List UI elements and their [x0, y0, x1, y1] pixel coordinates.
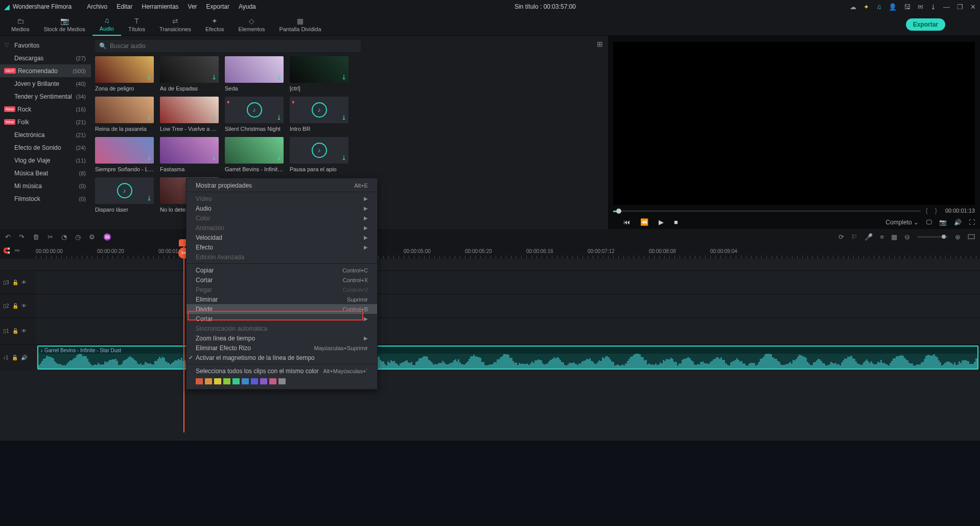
playhead[interactable]: ✂ [183, 244, 184, 432]
media-thumbnail[interactable]: ⤓ [290, 56, 348, 83]
adjust-icon[interactable]: ⚙ [89, 233, 95, 241]
sidebar-item[interactable]: Vlog de Viaje(11) [0, 154, 91, 167]
context-menu-item[interactable]: Efecto▶ [186, 242, 377, 252]
monitor-icon[interactable]: 🖵 [926, 219, 932, 226]
save-icon[interactable]: 🖫 [904, 3, 911, 11]
tab-audio[interactable]: ♫Audio [92, 13, 121, 36]
media-thumbnail[interactable]: ♪⤓ [290, 137, 348, 164]
tab-medios[interactable]: 🗀Medios [4, 13, 36, 36]
magnet-icon[interactable]: 🧲 [0, 244, 13, 257]
speed-icon[interactable]: ◔ [61, 233, 67, 241]
link-icon[interactable]: ⚯ [15, 247, 19, 254]
audio-adjust-icon[interactable]: ♒ [103, 233, 111, 241]
sidebar-item[interactable]: Mi música(0) [0, 179, 91, 192]
track-body[interactable] [36, 318, 980, 344]
bracket-right-icon[interactable]: } [935, 207, 937, 214]
media-card[interactable]: ⤓As de Espadas [160, 56, 219, 92]
tab-split-screen[interactable]: ▦Pantalla Dividida [272, 13, 329, 36]
close-icon[interactable]: ✕ [970, 3, 976, 11]
download-icon[interactable]: ⤓ [212, 114, 217, 121]
zoom-out-icon[interactable]: ⊖ [904, 233, 910, 241]
context-menu-item[interactable]: Velocidad▶ [186, 233, 377, 242]
track-icon[interactable]: ▦ [891, 233, 897, 241]
color-swatch[interactable] [269, 378, 276, 384]
sidebar-item[interactable]: Tender y Sentimental(34) [0, 90, 91, 103]
media-thumbnail[interactable]: ⤓ [225, 56, 284, 83]
download-icon[interactable]: ⤓ [147, 154, 152, 162]
sidebar-item[interactable]: ♡Favoritos [0, 39, 91, 52]
media-card[interactable]: ⤓Garret Bevins - Infinite -... [225, 137, 284, 172]
split-icon[interactable]: ✂ [48, 233, 53, 241]
context-menu-item[interactable]: Zoom línea de tiempo▶ [186, 333, 377, 343]
sidebar-item[interactable]: Música Beat(8) [0, 167, 91, 179]
media-card[interactable]: ♪⤓Pausa para el apio [290, 137, 348, 172]
prev-frame-icon[interactable]: ⏮ [623, 218, 630, 226]
media-thumbnail[interactable]: ⤓ [95, 56, 154, 83]
sidebar-item[interactable]: HOTRecomendado(500) [0, 64, 91, 77]
tab-stock[interactable]: 📷Stock de Medios [36, 13, 92, 36]
color-swatch[interactable] [196, 378, 203, 384]
tab-transiciones[interactable]: ⇄Transiciones [152, 13, 198, 36]
download-icon[interactable]: ⤓ [147, 74, 152, 81]
color-swatch[interactable] [214, 378, 221, 384]
context-menu-item[interactable]: Selecciona todos los clips con el mismo … [186, 366, 377, 376]
redo-icon[interactable]: ↷ [19, 233, 25, 241]
lock-icon[interactable]: 🔓 [12, 355, 18, 360]
grid-view-toggle-icon[interactable]: ⊞ [597, 40, 603, 48]
crop-icon[interactable]: ◷ [75, 233, 81, 241]
download-icon[interactable]: ⤓ [147, 195, 152, 202]
fullscreen-icon[interactable]: ⛶ [969, 219, 975, 226]
eye-icon[interactable]: 👁 [21, 303, 27, 309]
download-icon[interactable]: ⤓ [212, 154, 217, 162]
user-icon[interactable]: 👤 [889, 3, 897, 11]
menu-ver[interactable]: Ver [188, 3, 197, 10]
menu-archivo[interactable]: Archivo [87, 3, 107, 10]
context-menu-item[interactable]: CopiarControl+C [186, 265, 377, 275]
media-thumbnail[interactable]: ⤓ [95, 97, 154, 123]
sidebar-item[interactable]: Electrónica(21) [0, 128, 91, 141]
download-icon[interactable]: ⤓ [341, 154, 346, 162]
media-thumbnail[interactable]: ⤓ [160, 137, 219, 164]
download-icon[interactable]: ⤓ [341, 114, 346, 121]
video-track-3[interactable]: ▯3 🔓 👁 [0, 270, 980, 294]
context-menu-item[interactable]: DividirControl+B [186, 304, 377, 314]
context-menu-item[interactable]: Mostrar propiedadesAlt+E [186, 180, 377, 190]
media-thumbnail[interactable]: ⤓ [225, 137, 284, 164]
media-thumbnail[interactable]: ⤓ [160, 97, 219, 123]
zoom-slider[interactable] [917, 236, 948, 238]
sidebar-item[interactable]: Filmstock(0) [0, 192, 91, 205]
color-swatch[interactable] [223, 378, 230, 384]
search-input[interactable] [110, 42, 357, 50]
undo-icon[interactable]: ↶ [5, 233, 11, 241]
sidebar-item[interactable]: NewRock(16) [0, 103, 91, 116]
download-icon[interactable]: ⤓ [212, 74, 217, 81]
color-swatch[interactable] [278, 378, 286, 384]
track-body[interactable]: ♪Garret Bevins - Infinite - Star Dust [36, 345, 980, 371]
context-menu-item[interactable]: ✓Activar el magnetismo de la línea de ti… [186, 353, 377, 362]
sidebar-item[interactable]: NewFolk(21) [0, 116, 91, 128]
lock-icon[interactable]: 🔓 [12, 303, 18, 309]
scrubber-handle[interactable] [616, 209, 621, 214]
zoom-handle[interactable] [942, 235, 946, 239]
download-icon[interactable]: ⤓ [930, 3, 936, 11]
lock-icon[interactable]: 🔓 [12, 328, 18, 334]
bracket-left-icon[interactable]: { [926, 207, 928, 214]
media-thumbnail[interactable]: ♪⤓ [95, 177, 154, 204]
preview-scrubber[interactable]: { } 00:00:01:13 [608, 205, 980, 216]
tab-elementos[interactable]: ◇Elementos [231, 13, 272, 36]
context-menu-item[interactable]: EliminarSuprimir [186, 294, 377, 304]
render-icon[interactable]: ⟳ [838, 233, 844, 241]
media-thumbnail[interactable]: ♦♪⤓ [225, 97, 284, 123]
tab-efectos[interactable]: ✦Efectos [198, 13, 231, 36]
color-swatch[interactable] [232, 378, 240, 384]
export-button[interactable]: Exportar [906, 18, 945, 31]
sidebar-item[interactable]: Descargas(27) [0, 52, 91, 64]
stop-icon[interactable]: ■ [674, 218, 678, 226]
step-back-icon[interactable]: ⏪ [640, 218, 648, 226]
track-body[interactable] [36, 271, 980, 294]
media-card[interactable]: ⤓[ctrl] [290, 56, 348, 92]
color-swatch[interactable] [205, 378, 212, 384]
cloud-icon[interactable]: ☁ [850, 3, 856, 11]
color-swatch[interactable] [242, 378, 249, 384]
sidebar-item[interactable]: Jóven y Brillante(40) [0, 77, 91, 90]
